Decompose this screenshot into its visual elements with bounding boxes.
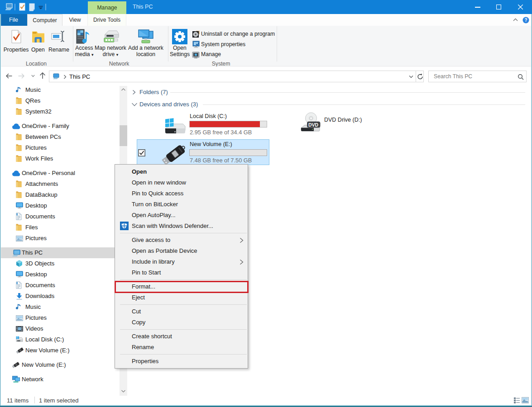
svg-text:DVD: DVD xyxy=(308,122,319,128)
svg-text:?: ? xyxy=(524,18,527,23)
